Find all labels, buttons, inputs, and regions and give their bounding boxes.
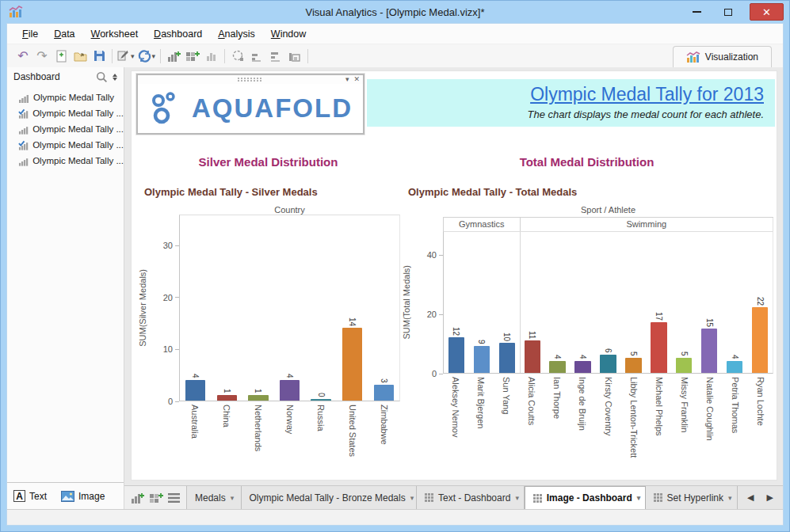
save-button[interactable] [90, 47, 109, 66]
menu-file[interactable]: File [15, 26, 45, 42]
sidebar-item-olympic-medal-tally-5[interactable]: Olympic Medal Tally ... [18, 153, 124, 169]
x-label-text: Norway [285, 405, 295, 434]
visualization-tab[interactable]: Visualization [673, 46, 772, 67]
bar-column-petria-thomas: 4 [722, 232, 747, 373]
y-tick-0: 0 [168, 397, 179, 406]
x-label-text: Missy Franklin [680, 377, 689, 432]
bar-china[interactable] [217, 395, 237, 401]
bar-russia[interactable] [311, 399, 330, 401]
worksheet-icon [18, 156, 29, 166]
tab-list-icon[interactable] [168, 493, 180, 503]
tab-scroll-right-icon[interactable]: ▶ [767, 492, 773, 503]
tab-scroll-left-icon[interactable]: ◀ [747, 492, 754, 503]
x-label-cell: Natalie Coughlin [697, 374, 723, 459]
bar-natalie-coughlin[interactable] [701, 329, 717, 373]
bar-missy-franklin[interactable] [676, 358, 692, 373]
chart-y-axis-title: SUM(Silver Medals) [136, 215, 149, 401]
bar-value-label: 0 [317, 393, 326, 397]
widget-menu-caret-icon[interactable]: ▾ [345, 75, 349, 83]
bar-australia[interactable] [185, 380, 205, 401]
app-frame: FileDataWorksheetDashboardAnalysisWindow… [6, 23, 784, 526]
new-dashboard-tab-icon[interactable] [149, 492, 163, 504]
redo-button[interactable]: ↷ [32, 47, 52, 66]
x-label-cell: Libby Lenton-Trickett [621, 374, 647, 459]
tab-image-dashboard[interactable]: Image - Dashboard▾ [525, 486, 646, 509]
new-dashboard-button[interactable] [183, 47, 202, 66]
sidebar-item-olympic-medal-tally-3[interactable]: Olympic Medal Tally ... [18, 121, 124, 137]
bar-zimbabwe[interactable] [374, 385, 394, 401]
tab-text-dashboard[interactable]: Text - Dashboard▾ [417, 486, 525, 509]
add-image-label: Image [78, 491, 105, 502]
sidebar-item-olympic-medal-tally-1[interactable]: Olympic Medal Tally [18, 89, 124, 105]
banner-panel: Olympic Medal Tally for 2013 The chart d… [367, 79, 775, 127]
bar-value-label: 4 [578, 355, 587, 359]
x-label-cell: China [211, 401, 242, 458]
bar-value-label: 1 [254, 389, 262, 393]
y-tick-0: 0 [432, 369, 443, 378]
logo-widget[interactable]: ▾ ✕ AQUA [136, 74, 364, 135]
menu-analysis[interactable]: Analysis [211, 26, 262, 42]
bar-petria-thomas[interactable] [727, 361, 742, 373]
bar-inge-de-bruijn[interactable] [574, 361, 590, 373]
tab-medals[interactable]: Medals▾ [187, 486, 242, 509]
open-button[interactable] [71, 47, 90, 66]
x-label-text: Libby Lenton-Trickett [629, 377, 639, 458]
bar-value-label: 22 [756, 297, 765, 306]
sort-ascending-button[interactable] [247, 47, 266, 66]
maximize-button[interactable] [718, 4, 738, 20]
sort-toggle-icon[interactable] [111, 72, 119, 82]
chart-plot-area: 41140143 [179, 215, 400, 401]
minimize-icon [693, 11, 701, 13]
bar-netherlands[interactable] [248, 395, 268, 401]
refresh-button[interactable]: ▾ [136, 47, 158, 66]
bar-norway[interactable] [280, 380, 300, 401]
bar-column-missy-franklin: 5 [671, 232, 696, 373]
dashboard-title-link[interactable]: Olympic Medal Tally for 2013 [375, 84, 764, 105]
bar-ian-thorpe[interactable] [549, 361, 565, 373]
window-title: Visual Analytics - [Olympic Medal.vizx]* [6, 6, 784, 18]
menu-dashboard[interactable]: Dashboard [147, 26, 209, 42]
menu-worksheet[interactable]: Worksheet [84, 26, 146, 42]
bar-libby-lenton-trickett[interactable] [625, 358, 641, 373]
chart-silver: Silver Medal DistributionOlympic Medal T… [136, 155, 400, 459]
bar-united-states[interactable] [342, 328, 362, 401]
drag-handle-icon[interactable] [238, 78, 263, 82]
sort-descending-button[interactable] [266, 47, 285, 66]
lasso-icon [231, 50, 244, 62]
bar-alicia-coutts[interactable] [525, 340, 540, 373]
bar-michael-phelps[interactable] [651, 322, 666, 373]
menu-window[interactable]: Window [264, 26, 313, 42]
bar-ryan-lochte[interactable] [752, 307, 768, 373]
sidebar-item-olympic-medal-tally-4[interactable]: Olympic Medal Tally ... [18, 137, 124, 153]
x-label-text: China [222, 405, 231, 428]
lasso-select-button[interactable] [228, 47, 247, 66]
minimize-button[interactable] [686, 4, 707, 20]
bar-sun-yang[interactable] [499, 343, 515, 373]
tab-olympic-medal-tally-bronze-medals[interactable]: Olympic Medal Tally - Bronze Medals▾ [242, 486, 417, 509]
chart-y-axis-title: SUM(Total Medals) [400, 231, 413, 374]
undo-button[interactable]: ↶ [13, 47, 32, 66]
y-tick-20: 20 [163, 293, 179, 302]
close-button[interactable]: ✕ [750, 3, 784, 21]
format-button[interactable]: ▾ [116, 47, 136, 66]
bar-marit-bjergen[interactable] [474, 346, 490, 373]
show-chart-button[interactable] [202, 47, 221, 66]
menu-data[interactable]: Data [47, 26, 82, 42]
new-worksheet-tab-icon[interactable] [131, 492, 144, 504]
search-icon[interactable] [96, 71, 108, 83]
y-tick-label: 20 [163, 293, 173, 302]
widget-close-icon[interactable]: ✕ [353, 75, 360, 83]
tab-label: Text - Dashboard [438, 492, 510, 504]
add-image-button[interactable]: Image [61, 491, 105, 502]
new-worksheet-button[interactable] [164, 47, 183, 66]
tab-set-hyperlink[interactable]: Set Hyperlink▾ [646, 486, 738, 509]
sidebar-item-olympic-medal-tally-2[interactable]: Olympic Medal Tally ... [18, 105, 124, 121]
presentation-button[interactable] [285, 47, 304, 66]
chart-subtitle: Olympic Medal Tally - Silver Medals [144, 186, 400, 198]
bar-value-label: 3 [380, 378, 388, 383]
bar-kirsty-coventry[interactable] [600, 355, 616, 373]
add-text-button[interactable]: A Text [13, 490, 47, 502]
bar-aleksey-nemov[interactable] [448, 337, 464, 373]
new-file-button[interactable] [52, 47, 71, 66]
widget-chrome: ▾ ✕ [138, 75, 363, 84]
